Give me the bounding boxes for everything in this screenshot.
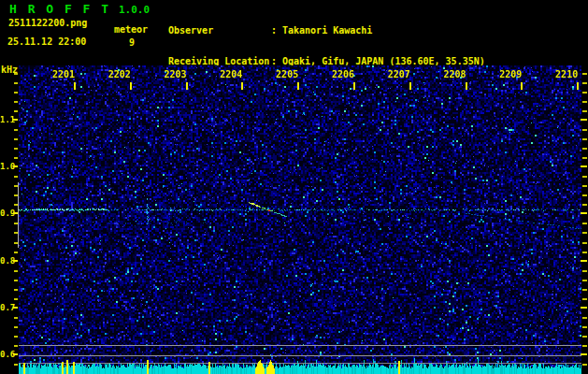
- info-value: Takanori Kawachi: [282, 25, 372, 36]
- freq-minor-tick-left: [14, 336, 18, 338]
- time-tick-label: 2210: [553, 69, 578, 79]
- freq-major-tick-left: [13, 260, 18, 262]
- freq-minor-tick-right: [582, 204, 587, 206]
- freq-major-tick-right: [581, 260, 587, 262]
- freq-minor-tick-right: [582, 101, 587, 103]
- observation-datetime: 25.11.12 22:00: [7, 36, 86, 47]
- freq-minor-tick-right: [582, 298, 587, 300]
- info-colon: :: [271, 25, 282, 36]
- time-tick: [130, 82, 132, 90]
- freq-minor-tick-left: [14, 92, 18, 94]
- freq-minor-tick-right: [582, 364, 587, 366]
- freq-minor-tick-right: [582, 317, 587, 319]
- freq-major-tick-right: [581, 353, 587, 355]
- time-tick-label: 2208: [442, 69, 466, 79]
- time-tick-label: 2201: [50, 69, 75, 79]
- time-tick-label: 2204: [218, 69, 242, 79]
- hrofft-window: H R O F F T 1.0.0 2511122200.png meteor …: [0, 0, 588, 374]
- freq-minor-tick-right: [582, 194, 587, 196]
- freq-major-tick-right: [581, 212, 587, 214]
- freq-minor-tick-right: [582, 345, 587, 347]
- freq-major-tick-right: [581, 165, 587, 167]
- freq-minor-tick-left: [14, 232, 18, 234]
- freq-minor-tick-right: [582, 129, 587, 131]
- freq-minor-tick-left: [14, 148, 18, 150]
- time-tick-label: 2209: [497, 69, 522, 79]
- time-tick-label: 2205: [274, 69, 298, 79]
- freq-major-tick-left: [13, 212, 18, 214]
- station-info-row: Observer:Takanori Kawachi: [168, 25, 485, 36]
- freq-major-tick-right: [581, 119, 587, 121]
- freq-tick-label: 0.6: [0, 350, 13, 359]
- freq-major-tick-left: [13, 119, 18, 121]
- freq-minor-tick-left: [14, 82, 18, 84]
- time-tick: [466, 82, 467, 90]
- freq-minor-tick-left: [14, 110, 18, 112]
- freq-minor-tick-left: [14, 204, 18, 206]
- freq-minor-tick-left: [14, 138, 18, 140]
- freq-range-marker: [18, 182, 19, 248]
- freq-minor-tick-left: [14, 73, 18, 75]
- freq-minor-tick-right: [582, 252, 587, 253]
- freq-major-tick-left: [13, 307, 18, 309]
- freq-minor-tick-left: [14, 298, 18, 300]
- freq-minor-tick-left: [14, 364, 18, 366]
- time-tick-label: 2202: [107, 69, 131, 79]
- freq-minor-tick-right: [582, 92, 587, 94]
- freq-minor-tick-right: [582, 185, 587, 187]
- freq-minor-tick-right: [582, 336, 587, 338]
- freq-tick-label: 0.7: [0, 303, 13, 312]
- freq-minor-tick-right: [582, 148, 587, 150]
- time-tick: [521, 82, 523, 90]
- freq-tick-label: 0.9: [0, 209, 13, 218]
- freq-minor-tick-left: [14, 176, 18, 178]
- freq-major-tick-left: [13, 165, 18, 167]
- freq-minor-tick-left: [14, 345, 18, 347]
- time-tick: [186, 82, 188, 90]
- freq-minor-tick-right: [582, 82, 587, 84]
- time-tick: [297, 82, 299, 90]
- time-tick: [409, 82, 411, 90]
- freq-minor-tick-left: [14, 270, 18, 272]
- freq-minor-tick-left: [14, 326, 18, 328]
- freq-minor-tick-right: [582, 73, 587, 75]
- freq-major-tick-left: [13, 353, 18, 355]
- time-tick-label: 2203: [163, 69, 187, 79]
- freq-minor-tick-left: [14, 223, 18, 224]
- freq-minor-tick-left: [14, 317, 18, 319]
- meteor-count: 9: [129, 37, 135, 48]
- freq-minor-tick-left: [14, 280, 18, 281]
- freq-minor-tick-right: [582, 223, 587, 224]
- freq-minor-tick-right: [582, 138, 587, 140]
- freq-minor-tick-right: [582, 289, 587, 291]
- info-label: Observer: [168, 25, 271, 36]
- freq-minor-tick-right: [582, 157, 587, 159]
- freq-minor-tick-right: [582, 232, 587, 234]
- freq-tick-label: 1.0: [0, 162, 13, 171]
- spectrogram-canvas: [19, 65, 581, 374]
- freq-minor-tick-left: [14, 129, 18, 131]
- freq-minor-tick-right: [582, 326, 587, 328]
- freq-minor-tick-right: [582, 110, 587, 112]
- freq-tick-label: 1.1: [0, 115, 13, 124]
- freq-minor-tick-right: [582, 280, 587, 281]
- freq-tick-label: 0.8: [0, 256, 13, 266]
- freq-minor-tick-left: [14, 242, 18, 244]
- freq-major-tick-right: [581, 307, 587, 309]
- time-tick: [353, 82, 355, 90]
- freq-minor-tick-left: [14, 101, 18, 103]
- freq-minor-tick-left: [14, 194, 18, 196]
- time-tick: [74, 82, 76, 90]
- time-tick: [577, 82, 579, 90]
- time-tick: [241, 82, 243, 90]
- freq-minor-tick-right: [582, 242, 587, 244]
- freq-minor-tick-left: [14, 185, 18, 187]
- app-version: 1.0.0: [119, 4, 150, 16]
- mode-label: meteor: [114, 24, 148, 35]
- freq-minor-tick-left: [14, 157, 18, 159]
- output-filename: 2511122200.png: [8, 18, 87, 28]
- freq-minor-tick-right: [582, 176, 587, 178]
- time-tick-label: 2206: [330, 69, 354, 79]
- freq-minor-tick-left: [14, 252, 18, 253]
- freq-minor-tick-right: [582, 270, 587, 272]
